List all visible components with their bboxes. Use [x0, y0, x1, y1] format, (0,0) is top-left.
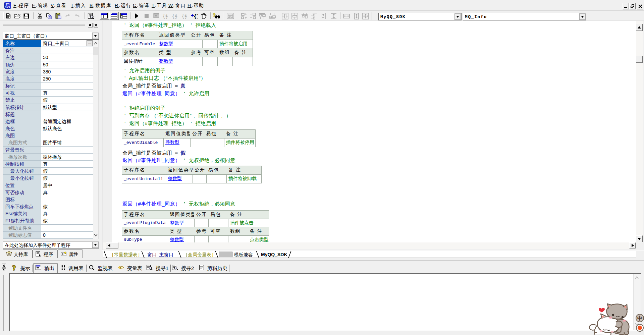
svg-text:{}: {}	[194, 13, 198, 19]
svg-text:?: ?	[213, 12, 216, 18]
svg-text:?: ?	[12, 265, 16, 272]
